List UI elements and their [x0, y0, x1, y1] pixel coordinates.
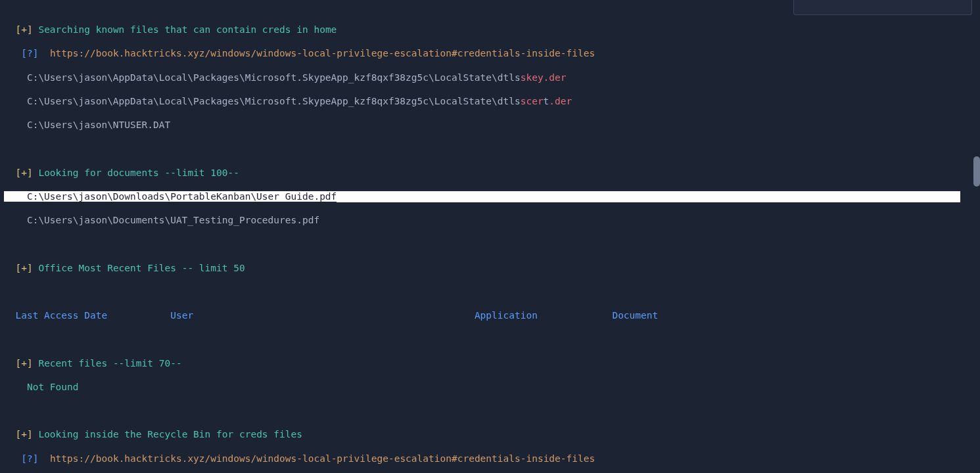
plus-marker: [+]	[15, 263, 32, 273]
selected-document[interactable]: C:\Users\jason\Downloads\PortableKanban\…	[4, 191, 976, 202]
not-found: Not Found	[4, 381, 976, 393]
section-header: [+] Looking inside the Recycle Bin for c…	[4, 428, 976, 440]
section-title: Looking inside the Recycle Bin for creds…	[38, 429, 302, 439]
section-header: [+] Looking for documents --limit 100--	[4, 167, 976, 179]
section-header: [+] Recent files --limit 70--	[4, 357, 976, 369]
plus-marker: [+]	[15, 429, 32, 439]
col-last-access: Last Access Date	[15, 310, 107, 321]
blank-line	[4, 143, 976, 154]
col-application: Application	[475, 310, 538, 321]
section-title: Recent files --limit 70--	[38, 358, 181, 369]
section-title: Searching known files that can contain c…	[38, 24, 337, 35]
section-header: [+] Office Most Recent Files -- limit 50	[4, 262, 976, 274]
blank-line	[4, 238, 976, 250]
blank-line	[4, 333, 976, 345]
plus-marker: [+]	[15, 24, 32, 35]
section-header: [+] Searching known files that can conta…	[4, 24, 976, 35]
plus-marker: [+]	[15, 168, 32, 178]
col-user: User	[170, 310, 193, 321]
table-header: Last Access Date User Application Docume…	[4, 309, 976, 321]
terminal-output[interactable]: [+] Searching known files that can conta…	[0, 0, 980, 473]
hint-line: [?] https://book.hacktricks.xyz/windows/…	[4, 47, 976, 59]
file-path: C:\Users\jason\NTUSER.DAT	[4, 119, 976, 131]
section-title: Office Most Recent Files -- limit 50	[38, 263, 245, 273]
inactive-tab-outline[interactable]	[793, 0, 972, 15]
file-path: C:\Users\jason\AppData\Local\Packages\Mi…	[4, 95, 976, 107]
col-document: Document	[612, 310, 658, 321]
blank-line	[4, 405, 976, 417]
plus-marker: [+]	[15, 358, 32, 369]
blank-line	[4, 286, 976, 298]
file-path: C:\Users\jason\AppData\Local\Packages\Mi…	[4, 72, 976, 83]
scrollbar-thumb[interactable]	[973, 156, 980, 187]
section-title: Looking for documents --limit 100--	[38, 168, 239, 178]
hint-marker: [?]	[21, 48, 38, 58]
hint-line: [?] https://book.hacktricks.xyz/windows/…	[4, 453, 976, 464]
hint-url: https://book.hacktricks.xyz/windows/wind…	[50, 48, 595, 58]
file-path: C:\Users\jason\Documents\UAT_Testing_Pro…	[4, 214, 976, 226]
hint-url: https://book.hacktricks.xyz/windows/wind…	[50, 453, 595, 464]
hint-marker: [?]	[21, 453, 38, 464]
